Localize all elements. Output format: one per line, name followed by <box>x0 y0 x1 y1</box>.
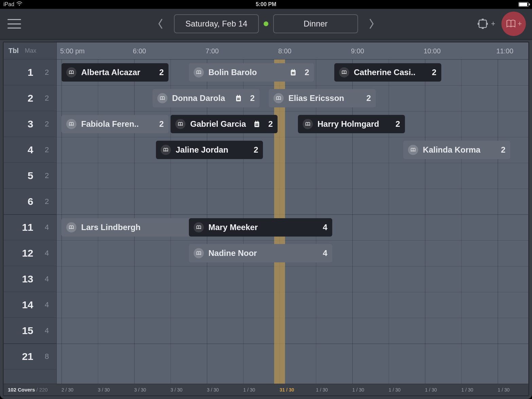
reservation-block[interactable]: Bolin Barolo2 <box>189 63 314 82</box>
schedule-panel: Tbl Max 122232425262114124134144154218 5… <box>3 41 529 396</box>
cover-slot: 3 / 30 <box>98 384 110 395</box>
svg-rect-14 <box>237 98 240 99</box>
meal-picker-button[interactable]: Dinner <box>273 14 358 33</box>
reservation-block[interactable]: Kalinda Korma2 <box>403 141 510 159</box>
reservation-block[interactable]: Alberta Alcazar2 <box>61 63 169 82</box>
gridline-horizontal <box>57 344 528 344</box>
table-row[interactable]: 62 <box>4 189 56 214</box>
time-tick: 5:00 pm <box>60 42 85 59</box>
clock: 5:00 PM <box>256 1 276 7</box>
table-row[interactable]: 154 <box>4 318 56 344</box>
cover-slot: 31 / 30 <box>280 384 294 395</box>
timeline[interactable]: 5:00 pm6:007:008:009:0010:0011:00 Albert… <box>57 42 528 384</box>
app-bar: Saturday, Feb 14 Dinner + <box>0 9 532 40</box>
guest-name: Donna Darola <box>172 93 231 103</box>
svg-rect-12 <box>237 95 238 97</box>
prev-button[interactable] <box>152 14 169 33</box>
guest-name: Lars Lindbergh <box>81 223 188 232</box>
plus-icon: + <box>518 19 522 28</box>
gridline-horizontal <box>57 111 528 111</box>
gridline-horizontal <box>57 266 528 266</box>
guest-name: Bolin Barolo <box>209 68 285 77</box>
gridline-horizontal <box>57 292 528 292</box>
svg-rect-18 <box>258 121 258 122</box>
guest-name: Nadine Noor <box>209 248 315 258</box>
svg-rect-5 <box>487 23 488 25</box>
svg-rect-19 <box>255 124 258 124</box>
time-tick: 10:00 <box>424 42 441 59</box>
svg-rect-7 <box>292 69 292 71</box>
reservation-block[interactable]: Donna Darola2 <box>153 89 260 107</box>
reservation-block[interactable]: Gabriel Garcia2 <box>171 115 278 133</box>
guest-name: Kalinda Korma <box>423 145 493 155</box>
party-size: 2 <box>301 68 309 77</box>
guest-name: Elias Ericsson <box>288 93 358 103</box>
svg-rect-15 <box>237 99 240 100</box>
cover-slot: 1 / 30 <box>389 384 401 395</box>
party-size: 4 <box>319 248 327 258</box>
reservation-block[interactable]: Catherine Casi..2 <box>334 63 441 82</box>
add-reservation-button[interactable]: + <box>501 12 526 36</box>
table-row[interactable]: 32 <box>4 111 56 137</box>
ios-status-bar: iPad 5:00 PM <box>0 0 532 9</box>
svg-rect-10 <box>292 73 295 74</box>
date-picker-button[interactable]: Saturday, Feb 14 <box>174 14 259 33</box>
guest-name: Harry Holmgard <box>318 119 388 129</box>
book-icon <box>66 67 76 77</box>
book-icon <box>194 248 204 258</box>
gridline-vertical <box>389 59 389 384</box>
covers-summary: 102 Covers / 220 <box>4 387 57 393</box>
table-row[interactable]: 134 <box>4 266 56 292</box>
reservation-block[interactable]: Harry Holmgard2 <box>298 115 405 133</box>
svg-rect-1 <box>479 20 486 28</box>
gridline-vertical <box>498 59 498 384</box>
table-row[interactable]: 114 <box>4 214 56 240</box>
svg-rect-2 <box>482 19 484 20</box>
table-row[interactable]: 218 <box>4 344 56 369</box>
table-row[interactable]: 12 <box>4 59 56 85</box>
book-icon <box>339 67 349 77</box>
cover-slot: 1 / 30 <box>316 384 328 395</box>
reservation-block[interactable]: Mary Meeker4 <box>189 218 332 237</box>
book-icon <box>194 67 204 77</box>
reservation-block[interactable]: Jaline Jordan2 <box>156 141 263 159</box>
party-size: 2 <box>428 68 436 77</box>
party-size: 2 <box>250 145 258 155</box>
table-capacity: 2 <box>41 94 49 103</box>
book-icon <box>303 119 313 129</box>
time-tick: 9:00 <box>351 42 364 59</box>
time-header: 5:00 pm6:007:008:009:0010:0011:00 <box>57 42 528 59</box>
table-capacity: 2 <box>41 171 49 180</box>
table-number: 1 <box>18 67 33 78</box>
status-dot-icon <box>264 21 268 26</box>
next-button[interactable] <box>363 14 380 33</box>
table-row[interactable]: 52 <box>4 163 56 189</box>
table-row[interactable]: 42 <box>4 137 56 163</box>
book-icon <box>194 222 204 232</box>
table-number: 14 <box>18 299 33 311</box>
cover-slot: 3 / 30 <box>134 384 146 395</box>
svg-point-0 <box>19 4 20 5</box>
menu-button[interactable] <box>6 17 22 31</box>
party-size: 4 <box>319 223 327 232</box>
reservation-block[interactable]: Fabiola Feren..2 <box>61 115 169 133</box>
gridline-horizontal <box>57 240 528 241</box>
gridline-vertical <box>425 59 425 384</box>
grid-body[interactable]: Alberta Alcazar2Bolin Barolo2Catherine C… <box>57 59 528 384</box>
gridline-horizontal <box>57 137 528 137</box>
table-row[interactable]: 144 <box>4 292 56 318</box>
gridline-horizontal <box>57 318 528 318</box>
book-icon <box>66 119 76 129</box>
reservation-block[interactable]: Elias Ericsson2 <box>269 89 376 107</box>
svg-rect-13 <box>239 95 240 97</box>
book-icon <box>161 145 171 155</box>
table-row[interactable]: 124 <box>4 240 56 266</box>
reservation-block[interactable]: Lars Lindbergh4 <box>61 218 205 237</box>
add-table-button[interactable]: + <box>477 18 495 30</box>
party-size: 2 <box>265 119 273 129</box>
table-row[interactable]: 22 <box>4 85 56 111</box>
table-number: 15 <box>18 325 33 336</box>
svg-rect-17 <box>255 121 256 122</box>
svg-rect-20 <box>255 125 258 126</box>
reservation-block[interactable]: Nadine Noor4 <box>189 244 332 262</box>
